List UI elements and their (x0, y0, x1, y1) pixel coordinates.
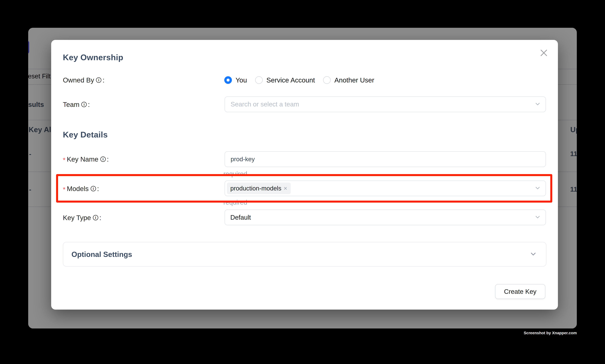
radio-option-you[interactable]: You (224, 76, 247, 84)
required-asterisk: * (63, 156, 65, 164)
watermark-text: Screenshot by Xnapper.com (524, 331, 577, 335)
owned-by-radio-group: You Service Account Another User (224, 76, 382, 84)
key-type-label-text: Key Type (63, 214, 91, 222)
info-icon: i (100, 156, 106, 162)
owned-by-label: Owned By i : (63, 76, 104, 84)
team-search-input[interactable] (225, 101, 545, 108)
chevron-down-icon (535, 214, 541, 221)
radio-unselected-icon (323, 76, 331, 84)
key-type-label: Key Type i : (63, 214, 101, 222)
radio-option-service-account[interactable]: Service Account (255, 76, 315, 84)
radio-label: You (235, 76, 247, 84)
section-title-key-ownership: Key Ownership (63, 52, 123, 62)
create-key-button[interactable]: Create Key (495, 284, 545, 299)
chevron-down-icon (535, 101, 541, 107)
label-colon: : (88, 101, 90, 108)
optional-settings-label: Optional Settings (71, 250, 132, 259)
label-colon: : (99, 214, 101, 222)
label-colon: : (103, 76, 104, 84)
highlight-box (56, 174, 552, 203)
info-icon: i (81, 102, 87, 107)
key-type-select[interactable]: Default (225, 209, 546, 225)
key-name-label-text: Key Name (67, 155, 98, 163)
key-name-label: * Key Name i : (63, 155, 109, 163)
close-icon (540, 49, 548, 57)
info-icon: i (96, 78, 101, 83)
owned-by-label-text: Owned By (63, 76, 94, 84)
label-colon: : (107, 155, 109, 163)
radio-option-another-user[interactable]: Another User (323, 76, 374, 84)
key-name-input[interactable] (225, 156, 545, 163)
optional-settings-toggle[interactable]: Optional Settings (63, 242, 546, 267)
team-select[interactable] (225, 96, 546, 112)
team-label-text: Team (63, 101, 79, 108)
section-title-key-details: Key Details (63, 130, 108, 139)
radio-label: Another User (334, 76, 374, 84)
screenshot-canvas: eset Filt sults Key Alia Up - 11/ - 11/ … (0, 0, 605, 364)
key-name-field (225, 151, 546, 167)
chevron-down-icon (530, 251, 537, 258)
close-button[interactable] (540, 49, 548, 57)
info-icon: i (93, 215, 98, 220)
key-type-value: Default (225, 214, 251, 221)
radio-unselected-icon (255, 76, 263, 84)
radio-selected-icon (224, 76, 232, 84)
team-label: Team i : (63, 100, 90, 109)
radio-label: Service Account (266, 76, 315, 84)
